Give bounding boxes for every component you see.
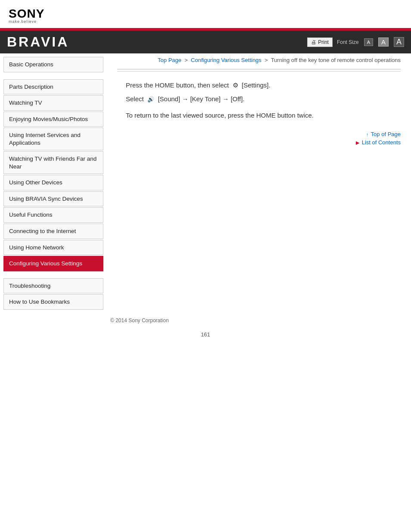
step-2: Select 🔊 [Sound] → [Key Tone] → [Off]. [126,94,392,104]
page-number: 161 [0,327,411,346]
divider-top [117,69,401,69]
sidebar-item-home-network[interactable]: Using Home Network [3,240,103,255]
settings-icon: ⚙ [233,80,238,90]
footer-links: ↑ Top of Page ▶ List of Contents [117,122,401,150]
content-note: To return to the last viewed source, pre… [126,110,392,121]
font-large-button[interactable]: A [394,37,404,47]
divider-bottom [117,71,401,72]
sony-tagline: make.believe [9,20,402,24]
sidebar-item-basic-operations[interactable]: Basic Operations [3,57,103,72]
list-of-contents-link[interactable]: ▶ List of Contents [117,139,401,146]
step2-suffix: [Sound] → [Key Tone] → [Off]. [158,95,244,103]
step2-text: Select [126,95,144,103]
list-arrow-icon: ▶ [356,140,359,145]
main-layout: Basic Operations Parts Description Watch… [0,53,411,314]
sound-icon: 🔊 [147,95,154,104]
bravia-header-bar: BRAVIA 🖨 Print Font Size A A A [0,31,411,53]
sidebar-item-watching-friends[interactable]: Watching TV with Friends Far and Near [3,151,103,174]
print-label: Print [318,39,329,45]
breadcrumb-configuring[interactable]: Configuring Various Settings [191,57,262,63]
print-button[interactable]: 🖨 Print [307,37,333,47]
sidebar-spacer-1 [3,73,103,79]
sony-wordmark: SONY [9,8,402,20]
print-icon: 🖨 [311,39,316,45]
breadcrumb: Top Page > Configuring Various Settings … [117,56,401,65]
font-medium-button[interactable]: A [378,37,389,47]
content-body: Press the HOME button, then select ⚙ [Se… [117,78,401,122]
breadcrumb-top-page[interactable]: Top Page [158,57,181,63]
sidebar-item-using-internet[interactable]: Using Internet Services and Applications [3,128,103,150]
sidebar-item-bravia-sync[interactable]: Using BRAVIA Sync Devices [3,191,103,207]
sidebar-item-how-to-use[interactable]: How to Use Bookmarks [3,294,103,310]
sidebar-item-troubleshooting[interactable]: Troubleshooting [3,278,103,294]
top-of-page-label: Top of Page [371,131,401,137]
sidebar-item-connecting-internet[interactable]: Connecting to the Internet [3,224,103,239]
sidebar-item-configuring-settings[interactable]: Configuring Various Settings [3,256,103,271]
sidebar-item-parts-description[interactable]: Parts Description [3,79,103,95]
sidebar-item-using-other-devices[interactable]: Using Other Devices [3,175,103,190]
step1-text: Press the HOME button, then select [126,81,229,89]
sony-logo: SONY make.believe [9,8,402,24]
logo-bar: SONY make.believe [0,0,411,28]
step1-suffix: [Settings]. [242,81,271,89]
sidebar: Basic Operations Parts Description Watch… [0,53,107,314]
sidebar-item-enjoying-movies[interactable]: Enjoying Movies/Music/Photos [3,112,103,127]
sidebar-item-useful-functions[interactable]: Useful Functions [3,207,103,223]
bravia-title: BRAVIA [7,34,69,50]
top-arrow-icon: ↑ [366,132,369,137]
sidebar-item-watching-tv[interactable]: Watching TV [3,95,103,111]
sidebar-spacer-2 [3,272,103,278]
copyright-text: © 2014 Sony Corporation [110,317,169,324]
font-size-label: Font Size [337,39,359,45]
breadcrumb-current: Turning off the key tone of remote contr… [271,57,401,63]
content-area: Top Page > Configuring Various Settings … [107,53,411,314]
font-small-button[interactable]: A [364,38,373,46]
bravia-tools: 🖨 Print Font Size A A A [307,37,404,47]
step-1: Press the HOME button, then select ⚙ [Se… [126,80,392,90]
copyright-bar: © 2014 Sony Corporation [0,314,411,327]
top-of-page-link[interactable]: ↑ Top of Page [117,131,401,137]
list-of-contents-label: List of Contents [362,139,401,146]
